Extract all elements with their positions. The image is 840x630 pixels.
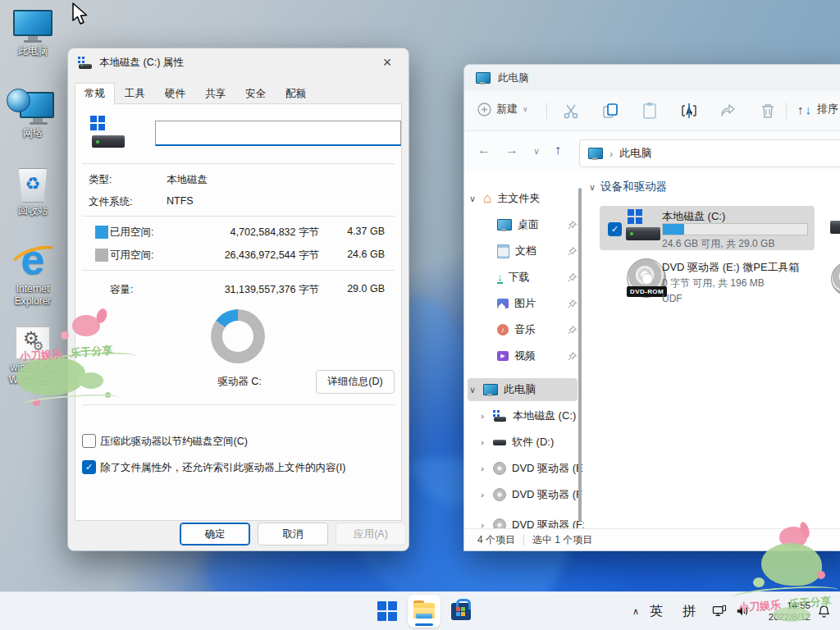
chevron-collapsed-icon[interactable]: › bbox=[477, 463, 487, 473]
ie-icon: e bbox=[11, 240, 55, 281]
paste-icon[interactable] bbox=[640, 101, 660, 121]
sidebar-item-home[interactable]: ∨ ⌂ 主文件夹 bbox=[468, 187, 578, 210]
drive-c-name[interactable]: 本地磁盘 (C:) bbox=[662, 209, 725, 224]
history-dropdown-icon[interactable]: ∨ bbox=[533, 146, 540, 157]
sidebar-item-dvd-last[interactable]: › DVD 驱动器 (F:) bbox=[477, 514, 578, 529]
status-selected-count: 选中 1 个项目 bbox=[532, 533, 592, 547]
sidebar-item-dvd-f[interactable]: › DVD 驱动器 (F bbox=[477, 483, 578, 506]
address-bar[interactable]: › 此电脑 bbox=[579, 139, 840, 167]
tab-quota[interactable]: 配额 bbox=[276, 83, 316, 105]
sidebar-item-drive-d[interactable]: › 软件 (D:) bbox=[477, 431, 578, 454]
dvd-e-name[interactable]: DVD 驱动器 (E:) 微PE工具箱 bbox=[662, 260, 800, 275]
delete-icon[interactable] bbox=[758, 101, 778, 121]
chevron-expanded-icon[interactable]: ∨ bbox=[468, 194, 477, 204]
sidebar-item-downloads[interactable]: ↓ 下载 bbox=[497, 266, 578, 289]
clock-date: 2022/8/12 bbox=[769, 611, 810, 623]
details-button[interactable]: 详细信息(D) bbox=[316, 370, 395, 394]
bell-icon bbox=[817, 605, 831, 619]
section-devices-and-drives[interactable]: ∨ 设备和驱动器 bbox=[589, 180, 667, 194]
drive-c-icon bbox=[493, 410, 507, 422]
capacity-bytes: 31,139,557,376 字节 bbox=[188, 283, 319, 297]
tab-general[interactable]: 常规 bbox=[75, 83, 115, 105]
tray-show-hidden-icons[interactable]: ∧ bbox=[627, 592, 645, 630]
desktop-icon-label: win11恢复 WIN10经... bbox=[5, 362, 61, 386]
taskbar-microsoft-store[interactable] bbox=[448, 598, 474, 624]
sort-button[interactable]: ↑ ↓ 排序 bbox=[797, 102, 838, 116]
this-pc-icon bbox=[476, 72, 491, 84]
tray-ime-indicator[interactable]: 拼 bbox=[682, 592, 696, 630]
sidebar-item-music[interactable]: ♪ 音乐 bbox=[497, 318, 578, 341]
volume-label-input[interactable] bbox=[155, 121, 401, 146]
chevron-collapsed-icon[interactable]: › bbox=[477, 490, 487, 500]
new-button[interactable]: 新建 ∨ bbox=[477, 102, 528, 116]
usage-donut-chart bbox=[211, 309, 265, 363]
filesystem-value: NTFS bbox=[167, 195, 194, 207]
plus-circle-icon bbox=[477, 103, 491, 116]
divider bbox=[82, 270, 395, 271]
desktop-icon-network[interactable]: 网络 bbox=[5, 90, 61, 139]
dialog-titlebar[interactable]: 本地磁盘 (C:) 属性 × bbox=[68, 48, 409, 76]
desktop-icon-win11-restore[interactable]: ⚙ ⚙ win11恢复 WIN10经... bbox=[5, 326, 61, 386]
sidebar-item-this-pc[interactable]: ∨ 此电脑 bbox=[468, 378, 578, 401]
rename-icon[interactable] bbox=[679, 101, 699, 121]
cancel-button[interactable]: 取消 bbox=[258, 523, 328, 546]
desktop-icon-this-pc[interactable]: 此电脑 bbox=[5, 8, 61, 57]
tray-network-icon[interactable] bbox=[712, 592, 727, 630]
back-icon[interactable]: ← bbox=[477, 143, 491, 158]
tray-language-indicator[interactable]: 英 bbox=[650, 592, 663, 630]
chevron-collapsed-icon[interactable]: › bbox=[477, 411, 487, 421]
used-bytes: 4,702,584,832 字节 bbox=[188, 226, 319, 240]
dialog-tabs: 常规 工具 硬件 共享 安全 配额 bbox=[75, 83, 316, 105]
breadcrumb-separator: › bbox=[609, 148, 613, 160]
tab-sharing[interactable]: 共享 bbox=[195, 83, 235, 105]
desktop-icon-recycle-bin[interactable]: ♻ 回收站 bbox=[5, 168, 61, 217]
start-button[interactable] bbox=[374, 598, 400, 624]
ok-button[interactable]: 确定 bbox=[180, 523, 250, 546]
document-icon bbox=[497, 244, 509, 258]
index-checkbox[interactable]: ✓ bbox=[82, 460, 96, 474]
sidebar-item-dvd-e[interactable]: › DVD 驱动器 (E bbox=[477, 457, 578, 480]
sidebar-item-documents[interactable]: 文档 bbox=[497, 240, 578, 262]
tab-hardware[interactable]: 硬件 bbox=[155, 83, 195, 105]
breadcrumb-this-pc[interactable]: 此电脑 bbox=[619, 146, 651, 161]
recycle-icon: ♻ bbox=[19, 175, 47, 192]
status-divider bbox=[523, 534, 524, 546]
download-icon: ↓ bbox=[497, 272, 503, 284]
up-icon[interactable]: ↑ bbox=[555, 143, 561, 158]
active-app-indicator bbox=[415, 623, 433, 626]
drive-icon bbox=[78, 57, 93, 69]
sidebar-item-drive-c[interactable]: › 本地磁盘 (C:) bbox=[477, 404, 578, 427]
sidebar-item-desktop[interactable]: 桌面 bbox=[497, 213, 578, 236]
compress-checkbox[interactable] bbox=[82, 434, 96, 448]
dvd-e-filesystem: UDF bbox=[662, 293, 682, 304]
sidebar-item-videos[interactable]: ▶ 视频 bbox=[497, 345, 578, 368]
tray-clock[interactable]: 14:55 2022/8/12 bbox=[760, 592, 810, 630]
desktop-icon-internet-explorer[interactable]: e Internet Explorer bbox=[5, 240, 61, 308]
close-icon[interactable]: × bbox=[376, 54, 399, 71]
cut-icon[interactable] bbox=[561, 101, 581, 121]
tab-tools[interactable]: 工具 bbox=[115, 83, 155, 105]
tray-notifications[interactable] bbox=[817, 592, 831, 630]
sidebar-scrollbar[interactable] bbox=[578, 188, 582, 523]
type-label: 类型: bbox=[89, 174, 112, 185]
pin-icon bbox=[567, 299, 578, 309]
tray-volume-icon[interactable] bbox=[735, 592, 750, 630]
chevron-expanded-icon: ∨ bbox=[589, 182, 596, 193]
copy-icon[interactable] bbox=[600, 101, 620, 121]
explorer-titlebar[interactable]: 此电脑 bbox=[464, 65, 840, 91]
chevron-expanded-icon[interactable]: ∨ bbox=[468, 385, 477, 395]
apply-button[interactable]: 应用(A) bbox=[336, 523, 406, 546]
taskbar-file-explorer[interactable] bbox=[408, 595, 441, 628]
explorer-navbar: ← → ∨ ↑ › 此电脑 bbox=[464, 131, 840, 173]
forward-icon[interactable]: → bbox=[505, 143, 518, 158]
chevron-down-icon: ∨ bbox=[523, 105, 528, 113]
this-pc-icon bbox=[5, 10, 61, 43]
chevron-collapsed-icon[interactable]: › bbox=[477, 437, 487, 447]
desktop-folder-icon bbox=[497, 219, 512, 231]
sidebar-item-pictures[interactable]: 图片 bbox=[497, 292, 578, 315]
item-checkbox[interactable]: ✓ bbox=[608, 222, 622, 236]
compress-checkbox-label: 压缩此驱动器以节约磁盘空间(C) bbox=[100, 435, 248, 449]
tab-security[interactable]: 安全 bbox=[235, 83, 276, 105]
share-icon[interactable] bbox=[719, 101, 738, 121]
pin-icon bbox=[567, 272, 578, 283]
